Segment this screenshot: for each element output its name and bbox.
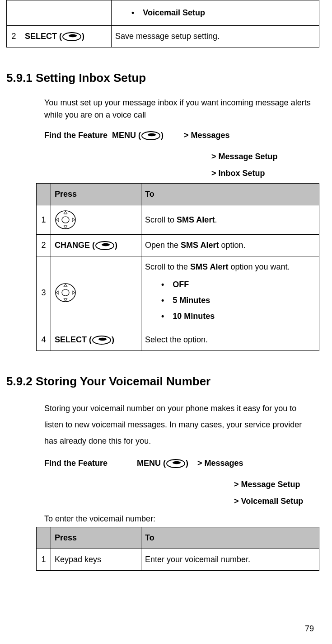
top-r2-num: 2 [7, 26, 21, 47]
table-591: Press To 1 Scroll to SMS Alert. 2 CHANGE… [36, 183, 319, 351]
softkey-icon [141, 131, 161, 141]
r3-to-pre: Scroll to the [145, 262, 190, 271]
nav-icon [55, 210, 76, 230]
bc-messages: > Messages [184, 129, 230, 142]
bc-message-setup-2: > Message Setup [234, 478, 315, 491]
bc-voicemail-setup: > Voicemail Setup [234, 495, 315, 507]
r3-to: Scroll to the SMS Alert option you want.… [141, 256, 319, 329]
menu-label: MENU [137, 457, 161, 469]
h2-blank [37, 527, 51, 549]
t2r1-to: Enter your voicemail number. [141, 549, 319, 571]
top-r1-press [21, 0, 112, 26]
table-row: 4 SELECT () Select the option. [37, 329, 319, 351]
r2-to-bold: SMS Alert [181, 241, 219, 250]
h-blank [37, 184, 51, 205]
t2r1-num: 1 [37, 549, 51, 571]
r4-to: Select the option. [141, 329, 319, 351]
r1-num: 1 [37, 205, 51, 235]
h2-press: Press [51, 527, 141, 549]
svg-point-1 [69, 34, 77, 37]
opt-off: OFF [161, 277, 315, 293]
change-label: CHANGE [55, 241, 90, 250]
feature-line-591: Find the Feature MENU () > Messages [44, 129, 315, 142]
softkey-icon [92, 335, 112, 345]
feature-line-592: Find the Feature MENU () > Messages [44, 457, 315, 469]
svg-point-3 [148, 133, 156, 136]
h2-to: To [141, 527, 319, 549]
svg-point-13 [173, 461, 181, 464]
svg-point-5 [62, 217, 69, 223]
table-header: Press To [37, 184, 319, 205]
find-feature-label: Find the Feature [44, 129, 108, 142]
softkey-icon [166, 459, 186, 469]
r1-to-bold: SMS Alert [177, 215, 215, 224]
svg-point-9 [62, 289, 69, 296]
r1-to-post: . [215, 215, 217, 224]
top-r1-num [7, 0, 21, 26]
svg-point-11 [98, 338, 107, 341]
table-header: Press To [37, 527, 319, 549]
bc-inbox-setup: > Inbox Setup [211, 167, 315, 180]
intro-591: You must set up your message inbox if yo… [44, 97, 315, 121]
bullet-voicemail-setup: Voicemail Setup [131, 5, 315, 21]
select-label: SELECT [55, 335, 87, 344]
h-press: Press [51, 184, 141, 205]
r2-num: 2 [37, 235, 51, 256]
r2-to-post: option. [219, 241, 245, 250]
enter-voicemail-line: To enter the voicemail number: [44, 513, 315, 525]
r3-to-bold: SMS Alert [190, 262, 228, 271]
menu-label: MENU [112, 129, 136, 142]
r1-press [51, 205, 141, 235]
select-label: SELECT [25, 32, 57, 41]
opt-10min: 10 Minutes [161, 308, 315, 324]
r2-to-pre: Open the [145, 241, 181, 250]
softkey-icon [62, 32, 82, 42]
h-to: To [141, 184, 319, 205]
opt-5min: 5 Minutes [161, 293, 315, 308]
bc-message-setup: > Message Setup [211, 151, 315, 163]
heading-591: 5.9.1 Setting Inbox Setup [6, 69, 319, 87]
table-row: 3 Scroll to the SMS Alert option you wan… [37, 256, 319, 329]
table-row: 2 CHANGE () Open the SMS Alert option. [37, 235, 319, 256]
bc-messages-2: > Messages [197, 457, 243, 469]
t2r1-press: Keypad keys [51, 549, 141, 571]
find-feature-label: Find the Feature [44, 457, 108, 469]
page-number: 79 [305, 623, 314, 635]
top-table: Voicemail Setup 2 SELECT () Save message… [6, 0, 319, 47]
top-r2-press: SELECT () [21, 26, 112, 47]
table-row: 1 Scroll to SMS Alert. [37, 205, 319, 235]
top-r1-to: Voicemail Setup [112, 0, 319, 26]
r4-press: SELECT () [51, 329, 141, 351]
top-r2-to: Save message setup setting. [112, 26, 319, 47]
intro-592: Storing your voicemail number on your ph… [44, 400, 315, 449]
table-row: 1 Keypad keys Enter your voicemail numbe… [37, 549, 319, 571]
table-592: Press To 1 Keypad keys Enter your voicem… [36, 527, 319, 571]
r2-press: CHANGE () [51, 235, 141, 256]
r4-num: 4 [37, 329, 51, 351]
r3-press [51, 256, 141, 329]
nav-icon [55, 283, 76, 303]
r1-to: Scroll to SMS Alert. [141, 205, 319, 235]
heading-592: 5.9.2 Storing Your Voicemail Number [6, 373, 319, 390]
r3-to-post: option you want. [228, 262, 290, 271]
r2-to: Open the SMS Alert option. [141, 235, 319, 256]
softkey-icon [95, 241, 115, 251]
r3-num: 3 [37, 256, 51, 329]
svg-point-7 [102, 243, 110, 246]
r1-to-pre: Scroll to [145, 215, 177, 224]
